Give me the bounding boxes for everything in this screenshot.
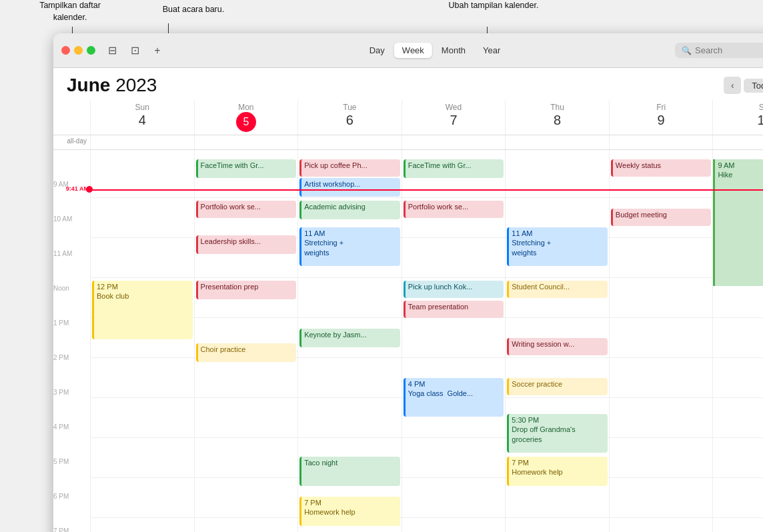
event-homework-thu[interactable]: 7 PM Homework help bbox=[507, 457, 608, 486]
day-col-mon: FaceTime with Gr... Portfolio work se...… bbox=[194, 150, 298, 532]
fullscreen-button[interactable] bbox=[87, 46, 95, 55]
event-writing-session[interactable]: Writing session w... bbox=[507, 338, 608, 355]
month-title: June 2023 bbox=[67, 75, 157, 96]
time-7pm: 7 PM bbox=[53, 526, 90, 532]
allday-row: all-day bbox=[53, 135, 763, 150]
time-1pm: 1 PM bbox=[53, 318, 90, 358]
event-facetime-wed[interactable]: FaceTime with Gr... bbox=[404, 159, 504, 178]
day-header-wed: Wed 7 bbox=[402, 100, 506, 135]
time-10am: 10 AM bbox=[53, 214, 90, 254]
event-coffee-tue[interactable]: Pick up coffee Ph... bbox=[299, 159, 400, 177]
day-col-tue: Pick up coffee Ph... Artist workshop... … bbox=[297, 150, 402, 532]
allday-sat bbox=[712, 135, 763, 149]
event-portfolio-mon[interactable]: Portfolio work se... bbox=[196, 201, 297, 218]
time-4pm: 4 PM bbox=[53, 422, 90, 462]
annotation-change-view: Ubah tampilan kalender. bbox=[447, 0, 540, 12]
time-9am: 9 AM bbox=[53, 179, 90, 219]
event-academic-advising[interactable]: Academic advising bbox=[299, 201, 400, 219]
day-col-thu: 11 AM Stretching + weights Student Counc… bbox=[505, 150, 609, 532]
time-11am: 11 AM bbox=[53, 249, 90, 289]
event-choir-mon[interactable]: Choir practice bbox=[196, 343, 297, 362]
event-leadership-mon[interactable]: Leadership skills... bbox=[196, 235, 297, 254]
annotation-calendar-list: Tampilkan daftar kalender. bbox=[27, 0, 113, 23]
event-portfolio-wed[interactable]: Portfolio work se... bbox=[404, 201, 504, 218]
day-col-wed: FaceTime with Gr... Portfolio work se...… bbox=[402, 150, 506, 532]
search-bar: 🔍 bbox=[675, 43, 763, 58]
day-header-sun: Sun 4 bbox=[90, 100, 194, 135]
allday-mon bbox=[194, 135, 298, 149]
allday-wed bbox=[402, 135, 506, 149]
time-5pm: 5 PM bbox=[53, 457, 90, 497]
calendar-grid: Sun 4 Mon 5 Tue 6 Wed 7 Thu 8 bbox=[53, 100, 763, 532]
event-artist-tue[interactable]: Artist workshop... bbox=[299, 178, 400, 197]
event-budget-meeting[interactable]: Budget meeting bbox=[611, 209, 712, 226]
time-3pm: 3 PM bbox=[53, 387, 90, 427]
allday-fri bbox=[609, 135, 713, 149]
time-2pm: 2 PM bbox=[53, 353, 90, 393]
add-event-button[interactable]: + bbox=[149, 42, 166, 59]
day-header-thu: Thu 8 bbox=[505, 100, 609, 135]
event-hike[interactable]: 9 AM Hike bbox=[715, 159, 763, 189]
event-weekly-status[interactable]: Weekly status bbox=[611, 159, 712, 177]
view-year-button[interactable]: Year bbox=[475, 43, 508, 58]
view-day-button[interactable]: Day bbox=[361, 43, 393, 58]
nav-controls: ‹ Today › bbox=[724, 77, 763, 94]
event-pickup-lunch[interactable]: Pick up lunch Kok... bbox=[404, 281, 504, 298]
view-week-button[interactable]: Week bbox=[394, 43, 432, 58]
toolbar-icons: ⊟ ⊡ + bbox=[103, 42, 166, 59]
allday-tue bbox=[297, 135, 402, 149]
search-icon: 🔍 bbox=[682, 46, 692, 55]
titlebar: ⊟ ⊡ + Day Week Month Year 🔍 bbox=[53, 33, 763, 68]
event-presentation-mon[interactable]: Presentation prep bbox=[196, 281, 297, 299]
day-header-fri: Fri 9 bbox=[609, 100, 713, 135]
event-stretching-thu[interactable]: 11 AM Stretching + weights bbox=[507, 227, 608, 266]
calendar-list-icon[interactable]: ⊟ bbox=[103, 42, 121, 59]
event-dropoff-grandma[interactable]: 5:30 PM Drop off Grandma's groceries bbox=[507, 414, 608, 453]
time-labels-col: 9 AM 10 AM 11 AM Noon 1 PM 2 PM 3 PM 4 P… bbox=[53, 150, 90, 532]
event-taco-night[interactable]: Taco night bbox=[299, 457, 400, 486]
allday-thu bbox=[505, 135, 609, 149]
prev-week-button[interactable]: ‹ bbox=[724, 77, 741, 94]
traffic-lights bbox=[61, 46, 95, 55]
event-stretching-tue[interactable]: 11 AM Stretching + weights bbox=[299, 227, 400, 266]
month-header: June 2023 ‹ Today › bbox=[53, 68, 763, 100]
today-button[interactable]: Today bbox=[744, 79, 763, 93]
annotation-new-event: Buat acara baru. bbox=[153, 4, 233, 16]
event-yoga[interactable]: 4 PM Yoga class Golde... bbox=[404, 378, 504, 417]
view-month-button[interactable]: Month bbox=[434, 43, 474, 58]
day-header-tue: Tue 6 bbox=[297, 100, 402, 135]
event-homework-tue[interactable]: 7 PM Homework help bbox=[299, 497, 400, 526]
day-col-sun: 12 PM Book club bbox=[90, 150, 194, 532]
event-book-club[interactable]: 12 PM Book club bbox=[92, 281, 193, 339]
allday-sun bbox=[90, 135, 194, 149]
event-keynote-tue[interactable]: Keynote by Jasm... bbox=[299, 329, 400, 347]
event-soccer[interactable]: Soccer practice bbox=[507, 378, 608, 395]
day-header-mon: Mon 5 bbox=[194, 100, 298, 135]
time-6pm: 6 PM bbox=[53, 491, 90, 531]
day-col-sat: 9 AM Hike bbox=[712, 150, 763, 532]
inbox-icon[interactable]: ⊡ bbox=[126, 42, 143, 59]
minimize-button[interactable] bbox=[74, 46, 83, 55]
time-noon: Noon bbox=[53, 283, 90, 323]
close-button[interactable] bbox=[61, 46, 70, 55]
event-facetime-mon[interactable]: FaceTime with Gr... bbox=[196, 159, 297, 178]
day-headers: Sun 4 Mon 5 Tue 6 Wed 7 Thu 8 bbox=[53, 100, 763, 135]
day-col-fri: Weekly status Budget meeting bbox=[609, 150, 713, 532]
search-input[interactable] bbox=[695, 45, 763, 55]
day-header-sat: Sat 10 bbox=[712, 100, 763, 135]
view-switcher: Day Week Month Year bbox=[361, 43, 509, 58]
time-scroll-area: 9 AM 10 AM 11 AM Noon 1 PM 2 PM 3 PM 4 P… bbox=[53, 150, 763, 532]
event-team-presentation[interactable]: Team presentation bbox=[404, 301, 504, 318]
time-body: 9 AM 10 AM 11 AM Noon 1 PM 2 PM 3 PM 4 P… bbox=[53, 150, 763, 532]
allday-label: all-day bbox=[53, 135, 90, 149]
event-student-council[interactable]: Student Council... bbox=[507, 281, 608, 298]
